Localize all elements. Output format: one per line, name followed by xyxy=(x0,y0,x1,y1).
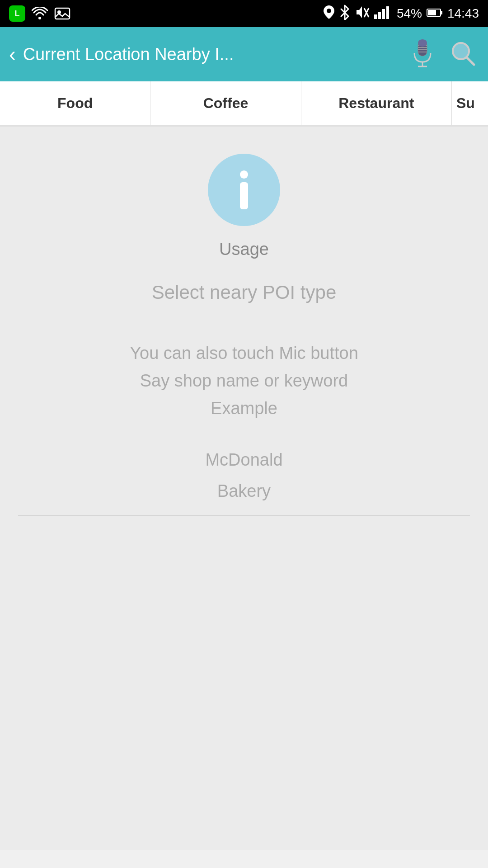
status-bar-right: 54% 14:43 xyxy=(323,5,479,23)
separator xyxy=(18,515,470,516)
tab-restaurant[interactable]: Restaurant xyxy=(301,81,452,125)
search-button[interactable] xyxy=(447,38,479,70)
mic-button[interactable] xyxy=(407,38,438,70)
line-icon: L xyxy=(9,5,25,22)
image-icon xyxy=(54,5,70,22)
tab-more[interactable]: Su xyxy=(452,81,488,125)
battery-icon xyxy=(427,6,443,21)
tabs-container: Food Coffee Restaurant Su xyxy=(0,81,488,127)
mute-icon xyxy=(354,5,370,23)
main-content: Usage Select neary POI type You can also… xyxy=(0,127,488,850)
status-bar: L xyxy=(0,0,488,27)
tab-coffee[interactable]: Coffee xyxy=(150,81,301,125)
svg-point-0 xyxy=(38,17,41,19)
signal-icon xyxy=(374,5,392,22)
status-bar-left: L xyxy=(9,5,70,22)
back-button[interactable]: ‹ xyxy=(9,43,16,66)
svg-point-3 xyxy=(327,9,331,13)
svg-rect-6 xyxy=(374,14,377,19)
info-icon xyxy=(208,154,280,226)
battery-percent: 54% xyxy=(397,6,422,21)
svg-point-18 xyxy=(418,39,427,47)
info-dot xyxy=(240,170,248,179)
app-bar: ‹ Current Location Nearby I... xyxy=(0,27,488,81)
examples-text: McDonald Bakery xyxy=(205,444,282,506)
app-bar-icons xyxy=(407,38,479,70)
svg-rect-11 xyxy=(441,11,442,14)
svg-rect-12 xyxy=(428,10,436,15)
usage-label: Usage xyxy=(219,240,269,259)
info-bar xyxy=(240,182,248,209)
location-icon xyxy=(323,5,335,23)
bluetooth-icon xyxy=(340,5,350,23)
select-poi-text: Select neary POI type xyxy=(152,282,337,303)
svg-rect-8 xyxy=(382,9,385,19)
instructions-text: You can also touch Mic button Say shop n… xyxy=(130,340,358,422)
wifi-icon xyxy=(32,5,48,22)
svg-rect-9 xyxy=(386,6,389,19)
tab-food[interactable]: Food xyxy=(0,81,150,125)
time-display: 14:43 xyxy=(447,6,479,21)
svg-rect-1 xyxy=(55,8,70,19)
svg-line-22 xyxy=(467,57,474,65)
app-bar-title: Current Location Nearby I... xyxy=(23,45,407,64)
svg-rect-7 xyxy=(378,12,381,19)
